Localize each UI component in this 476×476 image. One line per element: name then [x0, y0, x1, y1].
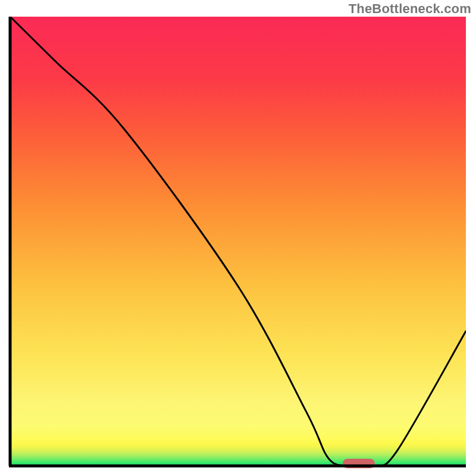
- axes-frame: [0, 0, 476, 476]
- chart-container: TheBottleneck.com: [0, 0, 476, 476]
